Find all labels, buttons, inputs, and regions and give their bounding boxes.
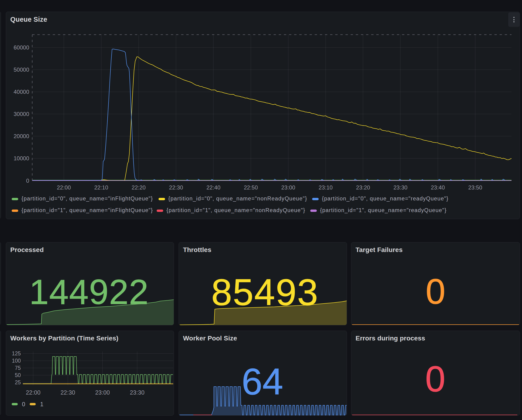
svg-text:23:50: 23:50	[468, 184, 482, 191]
svg-text:40000: 40000	[14, 89, 29, 95]
svg-text:23:00: 23:00	[95, 389, 110, 396]
svg-text:100: 100	[12, 358, 21, 364]
svg-text:22:00: 22:00	[26, 389, 41, 396]
svg-text:125: 125	[12, 351, 21, 357]
svg-text:23:40: 23:40	[431, 184, 445, 191]
svg-text:22:40: 22:40	[206, 184, 220, 191]
svg-text:23:30: 23:30	[130, 389, 145, 396]
svg-text:23:10: 23:10	[319, 184, 333, 191]
svg-text:75: 75	[15, 365, 21, 371]
svg-text:23:20: 23:20	[356, 184, 370, 191]
svg-text:22:30: 22:30	[61, 389, 75, 396]
svg-text:60000: 60000	[14, 44, 29, 51]
svg-text:22:30: 22:30	[169, 184, 183, 191]
svg-text:30000: 30000	[14, 111, 29, 117]
svg-text:0: 0	[26, 178, 29, 184]
svg-text:25: 25	[15, 379, 21, 385]
svg-text:20000: 20000	[14, 133, 29, 139]
svg-text:23:00: 23:00	[281, 184, 295, 191]
svg-text:50000: 50000	[14, 67, 29, 73]
svg-text:10000: 10000	[14, 155, 29, 161]
svg-text:23:30: 23:30	[393, 184, 407, 191]
svg-text:22:10: 22:10	[94, 184, 108, 191]
svg-text:50: 50	[15, 372, 21, 378]
svg-text:22:50: 22:50	[244, 184, 258, 191]
svg-text:22:00: 22:00	[57, 184, 71, 191]
svg-text:22:20: 22:20	[132, 184, 146, 191]
